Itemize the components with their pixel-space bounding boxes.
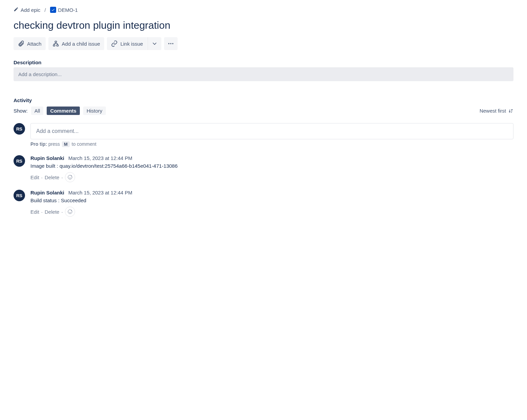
issue-key: DEMO-1 [58,7,78,13]
breadcrumb-separator: / [44,7,46,13]
svg-rect-0 [55,41,56,43]
page-title[interactable]: checking devtron plugin integration [14,20,513,31]
add-child-issue-button[interactable]: Add a child issue [48,37,104,50]
sort-button[interactable]: Newest first [480,108,513,114]
comment-date: March 15, 2023 at 12:44 PM [68,190,132,195]
link-issue-label: Link issue [120,41,143,47]
protip: Pro tip: press M to comment [30,141,513,147]
comment-author[interactable]: Rupin Solanki [30,190,64,195]
comment-date: March 15, 2023 at 12:44 PM [68,155,132,161]
description-input[interactable]: Add a description... [14,67,513,81]
avatar: RS [14,123,25,135]
key-badge: M [62,141,70,147]
add-reaction-button[interactable] [65,207,75,217]
sort-label: Newest first [480,108,506,114]
comment-author[interactable]: Rupin Solanki [30,155,64,161]
emoji-plus-icon [67,209,73,214]
tab-comments[interactable]: Comments [47,107,80,115]
comment: RS Rupin Solanki March 15, 2023 at 12:44… [14,155,513,182]
add-reaction-button[interactable] [65,172,75,182]
comment-input-row: RS Add a comment... [14,123,513,139]
comment: RS Rupin Solanki March 15, 2023 at 12:44… [14,190,513,217]
delete-button[interactable]: Delete [45,209,59,215]
edit-button[interactable]: Edit [30,209,39,215]
attachment-icon [18,40,24,47]
toolbar: Attach Add a child issue Link issue [14,37,513,50]
protip-strong: Pro tip: [30,141,47,147]
comment-input[interactable]: Add a comment... [30,123,513,139]
comment-text: Build status : Succeeded [30,197,513,203]
attach-button[interactable]: Attach [14,37,46,50]
edit-button[interactable]: Edit [30,174,39,180]
svg-point-5 [172,43,173,44]
link-issue-button[interactable]: Link issue [107,37,147,50]
comment-text: Image built : quay.io/devtron/test:25754… [30,163,513,169]
more-actions-button[interactable] [164,37,178,50]
activity-header: Activity [14,97,513,103]
delete-button[interactable]: Delete [45,174,59,180]
avatar: RS [14,155,25,167]
svg-rect-1 [53,45,55,46]
attach-label: Attach [27,41,42,47]
add-epic-label: Add epic [21,7,40,13]
svg-point-3 [168,43,169,44]
sort-icon [508,108,513,114]
link-issue-dropdown[interactable] [147,37,161,50]
breadcrumb: Add epic / DEMO-1 [14,7,513,13]
description-header: Description [14,60,513,65]
chevron-down-icon [151,40,158,47]
activity-controls: Show: All Comments History Newest first [14,107,513,115]
emoji-plus-icon [67,174,73,180]
issue-key-link[interactable]: DEMO-1 [50,7,78,13]
add-epic-link[interactable]: Add epic [14,7,40,13]
add-child-label: Add a child issue [62,41,100,47]
svg-point-4 [170,43,171,44]
avatar: RS [14,190,25,201]
svg-rect-2 [56,45,58,46]
issue-type-icon [50,7,56,13]
tab-all[interactable]: All [31,107,44,115]
tab-history[interactable]: History [83,107,106,115]
link-icon [111,40,118,47]
child-issue-icon [52,40,59,47]
pencil-icon [14,7,19,13]
show-label: Show: [14,108,28,114]
more-icon [167,40,174,47]
